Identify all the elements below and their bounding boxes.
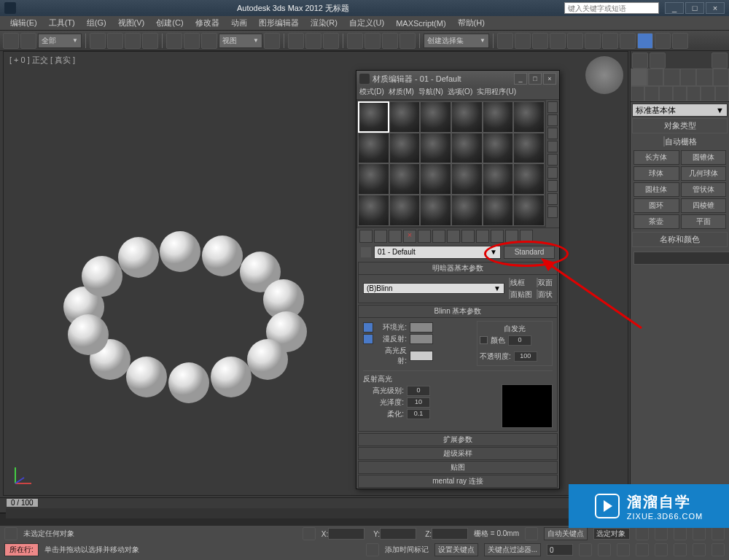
utilities-tab[interactable] [713, 69, 730, 86]
object-name-input[interactable] [634, 252, 729, 265]
material-editor-icon[interactable] [585, 33, 601, 49]
go-parent-icon[interactable] [505, 230, 518, 243]
make-preview-icon[interactable] [547, 167, 558, 179]
box-button[interactable]: 长方体 [634, 150, 679, 165]
display-tab[interactable] [696, 69, 713, 86]
angle-snap-icon[interactable] [364, 33, 381, 49]
gloss-spinner[interactable]: 10 [407, 397, 430, 408]
selected-set-input[interactable] [593, 528, 630, 540]
sample-slot[interactable] [358, 133, 389, 164]
sample-slot[interactable] [389, 133, 421, 164]
curve-editor-icon[interactable] [550, 33, 566, 49]
menu-customize[interactable]: 自定义(U) [343, 18, 390, 28]
rollout-blinn-params[interactable]: Blinn 基本参数 [359, 306, 557, 318]
mirror2-icon[interactable] [497, 33, 513, 49]
sample-slot[interactable] [451, 195, 483, 226]
lights-subtab[interactable] [659, 86, 673, 101]
cylinder-button[interactable]: 圆柱体 [634, 182, 679, 197]
teapot-render-icon[interactable] [672, 33, 688, 49]
orbit-icon[interactable] [693, 543, 706, 556]
maximize-icon[interactable]: □ [685, 2, 704, 14]
goto-start-icon[interactable] [636, 527, 649, 540]
go-sibling-icon[interactable] [520, 230, 533, 243]
show-end-result-icon[interactable] [491, 230, 504, 243]
rollout-extended[interactable]: 扩展参数 [358, 433, 558, 446]
time-slider[interactable]: 0 / 100 [6, 498, 39, 508]
sample-slot[interactable] [420, 195, 451, 226]
menu-animation[interactable]: 动画 [225, 18, 253, 28]
sample-slot[interactable] [451, 133, 483, 164]
sample-slot[interactable] [420, 133, 451, 164]
move-icon[interactable] [166, 33, 182, 49]
motion-tab[interactable] [680, 69, 697, 86]
scene-object-bracelet[interactable] [40, 198, 346, 460]
isolate-icon[interactable] [525, 527, 538, 540]
hierarchy-tab[interactable] [663, 69, 680, 86]
setkey-button[interactable]: 设置关键点 [434, 543, 478, 556]
pyramid-button[interactable]: 四棱锥 [681, 198, 727, 213]
menu-create[interactable]: 创建(C) [150, 18, 189, 28]
opacity-spinner[interactable]: 100 [514, 351, 537, 362]
play-icon[interactable] [674, 527, 687, 540]
zoom-all-icon[interactable] [617, 543, 630, 556]
align-icon[interactable] [323, 33, 339, 49]
sample-slot[interactable] [513, 163, 545, 195]
menu-modifiers[interactable]: 修改器 [190, 18, 225, 28]
cameras-subtab[interactable] [673, 86, 687, 101]
sample-slot[interactable] [358, 195, 389, 226]
sample-slot[interactable] [513, 101, 545, 133]
systems-subtab[interactable] [715, 86, 729, 101]
next-frame-icon[interactable] [693, 527, 706, 540]
menu-views[interactable]: 视图(V) [112, 18, 151, 28]
sample-slot[interactable] [483, 133, 514, 164]
sample-slot[interactable] [483, 163, 514, 195]
sample-slot[interactable] [513, 195, 545, 226]
pan-icon[interactable] [674, 543, 687, 556]
select-name-icon[interactable] [107, 33, 123, 49]
plane-button[interactable]: 平面 [681, 214, 727, 229]
put-material-icon[interactable] [374, 230, 387, 243]
current-frame-input[interactable] [547, 544, 573, 556]
dialog-close-icon[interactable]: × [543, 73, 556, 85]
sample-slot[interactable] [358, 163, 389, 195]
backlight-icon[interactable] [547, 114, 558, 126]
rollout-name-color[interactable]: 名称和颜色 [632, 232, 728, 247]
zoom-icon[interactable] [598, 543, 611, 556]
mirror-icon[interactable] [305, 33, 321, 49]
x-coord-input[interactable] [328, 528, 364, 540]
sample-slot[interactable] [451, 101, 483, 133]
rollout-object-type[interactable]: 对象类型 [632, 118, 728, 133]
options-icon[interactable] [547, 180, 558, 192]
sample-slot[interactable] [420, 163, 451, 195]
quick-render-icon[interactable] [655, 33, 671, 49]
minimize-icon[interactable]: _ [665, 2, 684, 14]
spinner-snap-icon[interactable] [399, 33, 416, 49]
teapot-button[interactable]: 茶壶 [634, 214, 679, 229]
window-crossing-icon[interactable] [142, 33, 158, 49]
material-effects-icon[interactable] [461, 230, 475, 243]
get-material-icon[interactable] [359, 230, 373, 243]
script-listener-icon[interactable] [4, 527, 17, 540]
material-id-icon[interactable] [547, 206, 558, 218]
render-frame-icon[interactable] [620, 33, 636, 49]
dialog-maximize-icon[interactable]: □ [529, 73, 542, 85]
menu-edit[interactable]: 编辑(E) [4, 18, 43, 28]
shader-dropdown[interactable]: (B)Blinn▼ [363, 283, 504, 294]
dialog-minimize-icon[interactable]: _ [514, 73, 527, 85]
sphere-button[interactable]: 球体 [634, 166, 679, 181]
diffuse-swatch[interactable] [410, 334, 433, 344]
menu-group[interactable]: 组(G) [81, 18, 112, 28]
select-by-mat-icon[interactable] [547, 193, 558, 205]
create-tab[interactable] [631, 69, 647, 86]
menu-graph-editors[interactable]: 图形编辑器 [253, 18, 305, 28]
sample-slot[interactable] [483, 101, 514, 133]
refcoord-dropdown[interactable]: 视图▼ [219, 34, 262, 48]
assign-material-icon[interactable] [389, 230, 402, 243]
sample-slot[interactable] [389, 163, 421, 195]
background-icon[interactable] [547, 128, 558, 139]
sample-slot[interactable] [513, 133, 545, 164]
render-setup-icon[interactable] [602, 33, 618, 49]
snaps-icon[interactable] [650, 52, 666, 69]
sample-slot[interactable] [389, 101, 421, 133]
scale-icon[interactable] [201, 33, 217, 49]
